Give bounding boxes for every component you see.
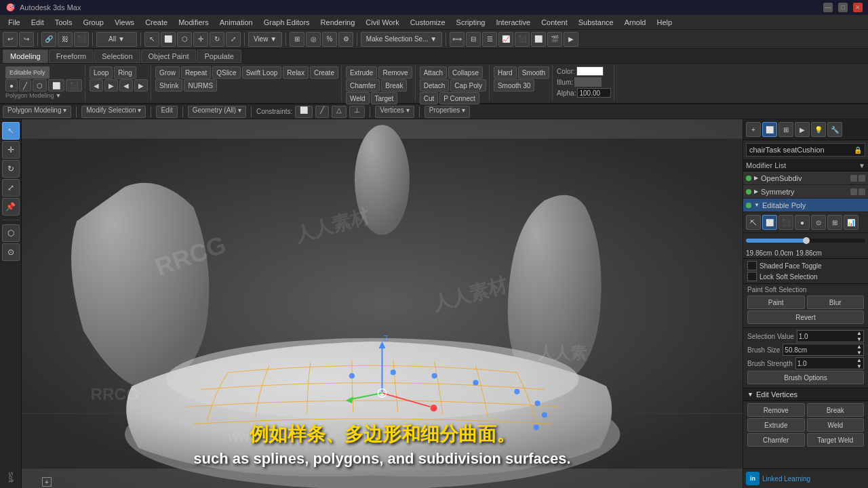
- viewport-background[interactable]: + Z RRCG 人人素材 人人素材 RRCG 人人素 www.rrcg.cn …: [22, 119, 743, 488]
- selection-value-spinner[interactable]: ▲▼: [856, 330, 862, 342]
- brush-strength-field[interactable]: 1.0 ▲▼: [795, 357, 864, 369]
- create-button[interactable]: Create: [310, 66, 338, 79]
- element-mode-btn[interactable]: ⬛: [66, 79, 82, 92]
- mod-render-btn[interactable]: [859, 175, 865, 182]
- tab-selection[interactable]: Selection: [94, 49, 140, 63]
- link-button[interactable]: 🔗: [41, 32, 56, 47]
- nurms-button[interactable]: NURMS: [184, 79, 217, 92]
- ring-right-btn[interactable]: ▶: [134, 79, 148, 92]
- tab-object-paint[interactable]: Object Paint: [141, 49, 197, 63]
- blur-button[interactable]: Blur: [807, 296, 865, 309]
- ev-extrude-btn[interactable]: Extrude: [747, 418, 805, 432]
- polygon-modeling-dropdown[interactable]: ▼: [56, 92, 62, 99]
- attach-button[interactable]: Attach: [420, 66, 447, 79]
- mod-render-btn-2[interactable]: [859, 188, 865, 195]
- relax-button[interactable]: Relax: [283, 66, 309, 79]
- viewport[interactable]: [+] [Perspective] [Standard] [Default Sh…: [22, 119, 743, 488]
- select-filter-dropdown[interactable]: All ▼: [96, 32, 137, 47]
- view-dropdown[interactable]: View ▼: [248, 32, 282, 47]
- constraint-edge-btn[interactable]: ╱: [315, 106, 329, 118]
- constraint-none-btn[interactable]: ⬜: [295, 106, 313, 118]
- rp-display-btn[interactable]: 💡: [811, 122, 826, 137]
- isolate-btn[interactable]: ⬡: [2, 224, 20, 242]
- layer-button[interactable]: ☰: [482, 32, 497, 47]
- prop-icon-7[interactable]: 📊: [844, 215, 859, 230]
- ev-remove-btn[interactable]: Remove: [747, 403, 805, 417]
- color-swatch[interactable]: [576, 66, 604, 76]
- smooth30-button[interactable]: Smooth 30: [494, 79, 534, 92]
- rp-utilities-btn[interactable]: 🔧: [827, 122, 842, 137]
- menu-rendering[interactable]: Rendering: [315, 17, 361, 28]
- loop-right-btn[interactable]: ▶: [104, 79, 118, 92]
- xray-btn[interactable]: ⊙: [2, 243, 20, 261]
- ev-chamfer-btn[interactable]: Chamfer: [747, 433, 805, 447]
- maximize-button[interactable]: □: [838, 3, 848, 12]
- ring-button[interactable]: Ring: [114, 66, 136, 79]
- align-button[interactable]: ⊟: [466, 32, 481, 47]
- select-button[interactable]: ↖: [144, 32, 159, 47]
- mirror-button[interactable]: ⟺: [450, 32, 465, 47]
- geometry-bar-btn[interactable]: Geometry (All) ▾: [188, 106, 246, 118]
- border-mode-btn[interactable]: ⬡: [33, 79, 47, 92]
- scale-tool-btn[interactable]: ⤢: [2, 179, 20, 197]
- prop-icon-5[interactable]: ⊙: [811, 215, 826, 230]
- rotate-tool-btn[interactable]: ↻: [2, 160, 20, 178]
- prop-icon-6[interactable]: ⊞: [827, 215, 842, 230]
- vertex-mode-btn[interactable]: ●: [5, 79, 18, 92]
- menu-edit[interactable]: Edit: [26, 17, 50, 28]
- shaded-face-checkbox[interactable]: [747, 261, 757, 270]
- prop-icon-3[interactable]: ⬛: [778, 215, 793, 230]
- collapse-button[interactable]: Collapse: [448, 66, 483, 79]
- select-lasso-button[interactable]: ⬡: [177, 32, 192, 47]
- remove-button[interactable]: Remove: [378, 66, 412, 79]
- menu-file[interactable]: File: [3, 17, 26, 28]
- render-setup-button[interactable]: 🎬: [547, 32, 562, 47]
- menu-group[interactable]: Group: [77, 17, 109, 28]
- prop-icon-2[interactable]: ⬜: [762, 215, 777, 230]
- menu-civil-work[interactable]: Civil Work: [360, 17, 404, 28]
- menu-tools[interactable]: Tools: [50, 17, 78, 28]
- curve-editor-button[interactable]: 📈: [498, 32, 513, 47]
- edit-vertices-header[interactable]: ▼ Edit Vertices: [743, 388, 868, 401]
- rp-hierarchy-btn[interactable]: ⊞: [778, 122, 793, 137]
- repeat-button[interactable]: Repeat: [181, 66, 211, 79]
- shrink-button[interactable]: Shrink: [155, 79, 182, 92]
- properties-bar-btn[interactable]: Properties ▾: [425, 106, 470, 118]
- ev-weld-btn[interactable]: Weld: [807, 418, 865, 432]
- brush-strength-spinner[interactable]: ▲▼: [856, 357, 862, 369]
- menu-create[interactable]: Create: [140, 17, 173, 28]
- material-editor-button[interactable]: ⬜: [531, 32, 546, 47]
- brush-size-field[interactable]: 50.8cm ▲▼: [783, 344, 864, 356]
- loop-button[interactable]: Loop: [90, 66, 113, 79]
- lock-soft-checkbox[interactable]: [747, 272, 757, 281]
- ring-left-btn[interactable]: ◀: [119, 79, 133, 92]
- alpha-field[interactable]: 100.00: [577, 88, 611, 98]
- window-controls[interactable]: — □ ✕: [823, 3, 863, 12]
- menu-modifiers[interactable]: Modifiers: [173, 17, 214, 28]
- polygon-mode-btn[interactable]: ⬜: [48, 79, 64, 92]
- ev-target-weld-btn[interactable]: Target Weld: [807, 433, 865, 447]
- rp-add-btn[interactable]: +: [746, 122, 761, 137]
- menu-graph-editors[interactable]: Graph Editors: [258, 17, 315, 28]
- extrude-button[interactable]: Extrude: [346, 66, 377, 79]
- selection-value-field[interactable]: 1.0 ▲▼: [797, 330, 864, 342]
- rotate-button[interactable]: ↻: [210, 32, 224, 47]
- menu-help[interactable]: Help: [651, 17, 677, 28]
- qslice-button[interactable]: QSlice: [212, 66, 240, 79]
- close-button[interactable]: ✕: [853, 3, 863, 12]
- detach-button[interactable]: Detach: [420, 79, 450, 92]
- angle-snap-button[interactable]: ◎: [306, 32, 321, 47]
- redo-button[interactable]: ↪: [19, 32, 34, 47]
- viewport-plus-btn[interactable]: +: [42, 477, 52, 487]
- menu-scripting[interactable]: Scripting: [451, 17, 491, 28]
- brush-size-spinner[interactable]: ▲▼: [856, 344, 862, 356]
- percent-snap-button[interactable]: %: [322, 32, 337, 47]
- p-connect-button[interactable]: P Connect: [439, 92, 479, 104]
- tab-modeling[interactable]: Modeling: [3, 49, 48, 63]
- constraint-normal-btn[interactable]: ⊥: [349, 106, 365, 118]
- break-button[interactable]: Break: [381, 79, 407, 92]
- brush-options-button[interactable]: Brush Options: [747, 371, 864, 384]
- undo-button[interactable]: ↩: [3, 32, 18, 47]
- menu-substance[interactable]: Substance: [573, 17, 619, 28]
- modifier-symmetry[interactable]: ▶ Symmetry: [743, 185, 868, 199]
